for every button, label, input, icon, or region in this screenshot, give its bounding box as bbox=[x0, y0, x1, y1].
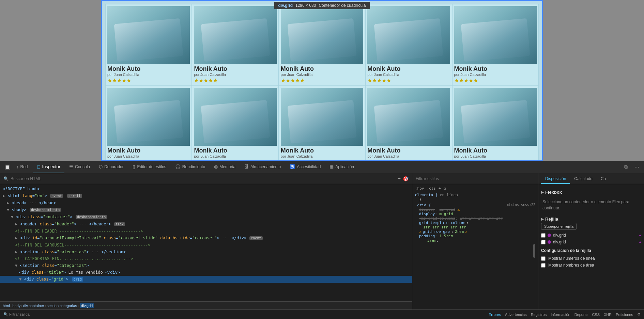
grid-check-linenumbers[interactable] bbox=[541, 256, 546, 261]
html-line-body[interactable]: ▼ <body> desbordamiento bbox=[0, 206, 412, 213]
html-line-comment-cat[interactable]: <!--CATEGORIAS FIN......................… bbox=[0, 255, 412, 262]
right-panel: Disposición Calculado Ca ▶ Flexbox Selec… bbox=[538, 173, 644, 309]
html-search-input[interactable] bbox=[11, 176, 396, 181]
browser-viewport: div.grid 1296 × 680 Contenedor de cuadrí… bbox=[0, 0, 644, 161]
product-image bbox=[454, 88, 537, 146]
search-icon: 🔍 bbox=[3, 176, 9, 181]
html-line-section2[interactable]: ▼ <section class="categorias"> bbox=[0, 262, 412, 269]
product-author: por Juan Calzadilla bbox=[281, 154, 363, 158]
performance-icon: 🎧 bbox=[175, 164, 181, 169]
breadcrumb-html[interactable]: html bbox=[3, 304, 10, 308]
tab-inspector[interactable]: ◻ Inspector bbox=[33, 161, 64, 173]
html-search-bar: 🔍 + 🎯 bbox=[0, 173, 412, 184]
console-icon: ☰ bbox=[69, 164, 73, 169]
grid-product-item: Monik Autopor Juan Calzadilla bbox=[105, 86, 192, 160]
tooltip-tag: div.grid bbox=[278, 3, 293, 8]
grid-overlay-check-1[interactable] bbox=[541, 233, 546, 238]
product-image bbox=[281, 88, 363, 146]
product-stars: ★★★★★ bbox=[454, 77, 537, 84]
grid-product-item: Monik Autopor Juan Calzadilla bbox=[452, 86, 539, 160]
flexbox-section: ▶ Flexbox Seleccione un contenedor o ele… bbox=[541, 190, 641, 214]
tab-style-editor[interactable]: {} Editor de estilos bbox=[128, 161, 170, 173]
console-debug-btn[interactable]: Depurar bbox=[574, 313, 588, 317]
styles-filter-input[interactable] bbox=[416, 176, 535, 181]
console-errors-btn[interactable]: Errores bbox=[489, 313, 501, 317]
tab-network[interactable]: ↕ Red bbox=[12, 161, 32, 173]
tab-accessibility[interactable]: ♿ Accesibilidad bbox=[286, 161, 325, 173]
tab-console[interactable]: ☰ Consola bbox=[65, 161, 94, 173]
tab-calculated[interactable]: Calculado bbox=[570, 174, 596, 184]
product-stars: ★★★★★ bbox=[367, 77, 450, 84]
tab-application[interactable]: ▦ Aplicación bbox=[325, 161, 358, 173]
devtools-panel: 🔲 ↕ Red ◻ Inspector ☰ Consola ⬡ Depurado… bbox=[0, 161, 644, 319]
breadcrumb-grid[interactable]: div.grid bbox=[80, 303, 94, 308]
html-breadcrumb: html › body › div.container › section.ca… bbox=[0, 301, 412, 309]
product-author: por Juan Calzadilla bbox=[194, 154, 276, 158]
network-icon: ↕ bbox=[16, 164, 19, 169]
html-line-comment-carousel[interactable]: <!--FIN DEL CAROUSEL--------------------… bbox=[0, 242, 412, 249]
styles-content[interactable]: :hov .cls + ◻ elemento { en línea } .gri… bbox=[412, 184, 538, 309]
grid-overlay-check-2[interactable] bbox=[541, 240, 546, 244]
product-title: Monik Auto bbox=[454, 147, 537, 154]
product-image bbox=[367, 88, 450, 146]
tab-debugger[interactable]: ⬡ Depurador bbox=[95, 161, 128, 173]
product-image bbox=[107, 6, 190, 64]
product-title: Monik Auto bbox=[194, 65, 276, 73]
grid-title: ▶ Rejilla bbox=[541, 217, 641, 222]
console-settings-btn[interactable]: ⚙ bbox=[637, 312, 641, 317]
product-image bbox=[454, 6, 537, 64]
html-line-grid[interactable]: ▼ <div class="grid"> grid bbox=[0, 276, 412, 283]
console-logs-btn[interactable]: Registros bbox=[531, 313, 547, 317]
console-css-btn[interactable]: CSS bbox=[592, 313, 600, 317]
devtools-pick-element[interactable]: 🔲 bbox=[3, 163, 12, 172]
grid-product-item: Monik Autopor Juan Calzadilla★★★★★ bbox=[279, 4, 365, 86]
console-info-btn[interactable]: Información bbox=[551, 313, 570, 317]
devtools-more-menu[interactable]: ⋯ bbox=[632, 163, 641, 172]
styles-scrollbar[interactable] bbox=[533, 244, 535, 258]
product-image bbox=[367, 6, 450, 64]
tab-performance[interactable]: 🎧 Rendimiento bbox=[171, 161, 209, 173]
grid-color-2: ● bbox=[639, 240, 641, 244]
devtools-split-view[interactable]: ⧉ bbox=[622, 163, 630, 172]
breadcrumb-section[interactable]: section.categorias bbox=[47, 304, 77, 308]
superponer-rejilla-btn[interactable]: Superponer rejilla bbox=[541, 223, 577, 230]
html-line-container[interactable]: ▼ <div class="container"> desbordamiento bbox=[0, 213, 412, 221]
html-line-doctype[interactable]: <!DOCTYPE html> bbox=[0, 186, 412, 192]
html-line-section1[interactable]: ▶ <section class="categorias"> ··· </sec… bbox=[0, 249, 412, 255]
breadcrumb-container[interactable]: div.container bbox=[23, 304, 44, 308]
grid-checkbox-linenumbers: Mostrar números de línea bbox=[541, 255, 641, 262]
tab-ca[interactable]: Ca bbox=[597, 174, 610, 184]
style-grid-template-columns-val: 1fr 1fr 1fr 1fr 1fr bbox=[419, 225, 535, 229]
html-content[interactable]: <!DOCTYPE html> ▶ <html lang="en"> event… bbox=[0, 184, 412, 301]
console-warnings-btn[interactable]: Advertencias bbox=[505, 313, 527, 317]
product-author: por Juan Calzadilla bbox=[281, 73, 363, 77]
grid-item-row-1: div.grid ● bbox=[541, 232, 641, 239]
html-line-comment-header[interactable]: <!--FIN DE HEADER ----------------------… bbox=[0, 228, 412, 235]
grid-section: ▶ Rejilla Superponer rejilla div.grid ● … bbox=[541, 217, 641, 245]
tab-storage[interactable]: 🗄 Almacenamiento bbox=[240, 161, 285, 173]
product-stars: ★★★★★ bbox=[107, 77, 190, 84]
product-title: Monik Auto bbox=[194, 147, 276, 154]
breadcrumb-body[interactable]: body bbox=[12, 304, 20, 308]
add-element-btn[interactable]: + bbox=[398, 176, 401, 182]
grid-config-section: Configuración de la rejilla Mostrar núme… bbox=[541, 248, 641, 269]
grid-config-title: Configuración de la rejilla bbox=[541, 248, 641, 253]
product-image bbox=[281, 6, 363, 64]
grid-item-label-2: div.grid bbox=[553, 240, 566, 244]
html-line-html[interactable]: ▶ <html lang="en"> event scroll bbox=[0, 192, 412, 200]
html-line-carousel[interactable]: ▶ <div id="carouselExampleInterval" clas… bbox=[0, 235, 412, 242]
product-title: Monik Auto bbox=[107, 147, 190, 154]
html-line-header[interactable]: ▶ <header class="header"> ··· </header> … bbox=[0, 221, 412, 228]
console-requests-btn[interactable]: Peticiones bbox=[616, 313, 633, 317]
html-line-title[interactable]: <div class="title"> Lo mas vendido </div… bbox=[0, 269, 412, 276]
tab-memory[interactable]: ◎ Memoria bbox=[210, 161, 240, 173]
pick-color-btn[interactable]: 🎯 bbox=[403, 176, 409, 181]
style-padding: padding: 1.5rem bbox=[419, 234, 535, 238]
console-xhr-btn[interactable]: XHR bbox=[604, 313, 612, 317]
tab-disposition[interactable]: Disposición bbox=[541, 174, 570, 184]
grid-check-areanames[interactable] bbox=[541, 263, 546, 268]
html-line-head[interactable]: ▶ <head> ··· </head> bbox=[0, 200, 412, 206]
product-author: por Juan Calzadilla bbox=[107, 73, 190, 77]
product-title: Monik Auto bbox=[367, 65, 450, 73]
product-author: por Juan Calzadilla bbox=[107, 154, 190, 158]
